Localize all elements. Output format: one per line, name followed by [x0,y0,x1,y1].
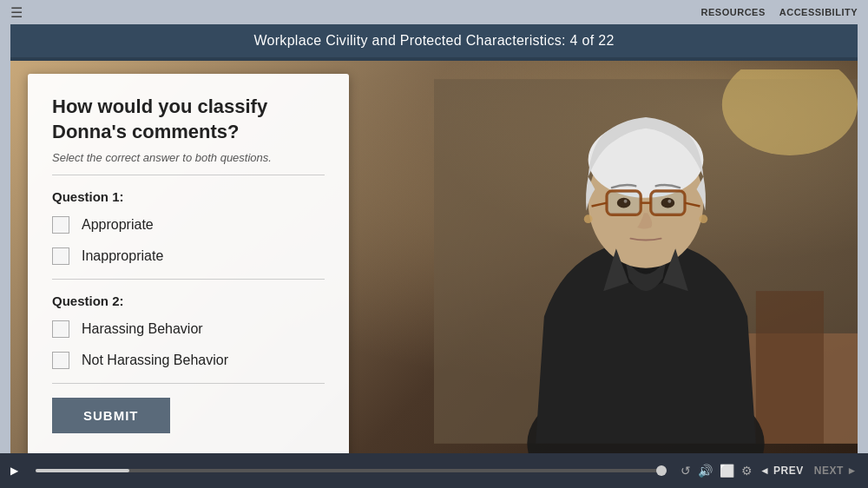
volume-icon[interactable]: 🔊 [698,464,713,478]
option-inappropriate-text: Inappropriate [82,248,163,264]
svg-point-20 [699,214,707,223]
main-content: Workplace Civility and Protected Charact… [10,24,858,453]
accessibility-link[interactable]: ACCESSIBILITY [779,7,858,17]
prev-button[interactable]: ◄ PREV [760,465,804,477]
refresh-icon[interactable]: ↺ [681,464,691,478]
option-harassing-text: Harassing Behavior [82,321,203,337]
scene-area: How would you classify Donna's comments?… [10,61,858,453]
hamburger-icon[interactable]: ☰ [10,4,23,21]
resources-link[interactable]: RESOURCES [701,7,766,17]
person-svg [434,69,858,453]
checkbox-not-harassing[interactable] [52,352,69,369]
question1-label: Question 1: [52,189,325,204]
title-bar: Workplace Civility and Protected Charact… [10,24,858,57]
slide-title: Workplace Civility and Protected Charact… [253,33,614,48]
progress-bar-container[interactable] [36,469,663,472]
top-bar-left: ☰ [10,4,23,21]
quiz-subtitle: Select the correct answer to both questi… [52,151,325,175]
play-button[interactable]: ▶ [10,465,18,477]
divider-q1 [52,279,325,280]
svg-point-16 [661,198,675,208]
question2-label: Question 2: [52,293,325,308]
bottom-bar: ▶ ↺ 🔊 ⬜ ⚙ ◄ PREV NEXT ► [0,453,868,488]
top-bar-right: RESOURCES ACCESSIBILITY [701,7,858,17]
quiz-main-title: How would you classify Donna's comments? [52,95,325,144]
option-not-harassing[interactable]: Not Harassing Behavior [52,352,325,369]
bottom-controls: ↺ 🔊 ⬜ ⚙ [681,464,753,478]
person-figure [434,69,858,453]
option-not-harassing-text: Not Harassing Behavior [82,353,228,368]
submit-button[interactable]: SUBMIT [52,398,170,433]
svg-point-18 [667,200,671,203]
checkbox-appropriate[interactable] [52,216,69,234]
progress-bar-fill [36,469,129,472]
divider-q2 [52,383,325,384]
svg-point-15 [617,198,631,208]
option-inappropriate[interactable]: Inappropriate [52,247,325,265]
option-harassing[interactable]: Harassing Behavior [52,320,325,338]
svg-rect-3 [756,291,824,444]
nav-buttons: ◄ PREV NEXT ► [760,465,858,477]
quiz-panel: How would you classify Donna's comments?… [28,74,349,453]
svg-point-17 [624,200,628,203]
svg-point-19 [584,214,593,223]
progress-dot [656,465,667,476]
option-appropriate-text: Appropriate [82,217,154,233]
next-button[interactable]: NEXT ► [814,465,858,477]
option-appropriate[interactable]: Appropriate [52,216,325,234]
settings-icon[interactable]: ⚙ [741,464,753,478]
checkbox-inappropriate[interactable] [52,247,69,265]
checkbox-harassing[interactable] [52,320,69,338]
top-bar: ☰ RESOURCES ACCESSIBILITY [0,0,868,24]
captions-icon[interactable]: ⬜ [720,464,734,478]
